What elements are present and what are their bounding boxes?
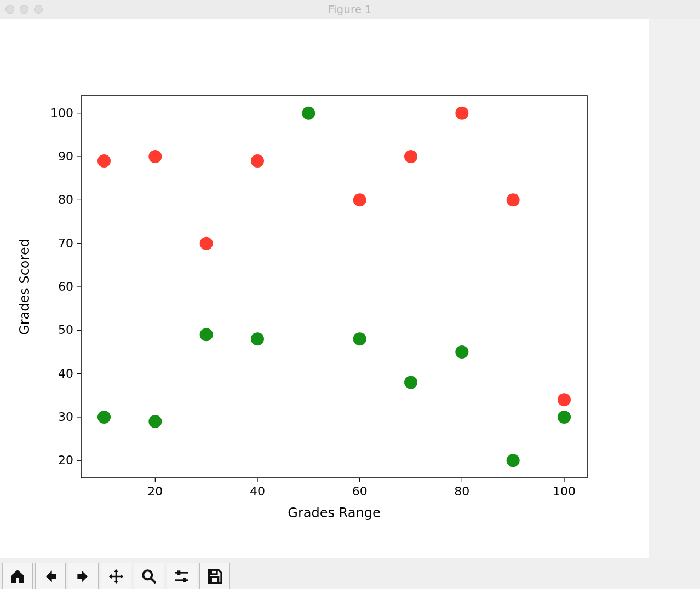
scatter-point-green [302, 107, 315, 120]
minimize-window-button[interactable] [20, 5, 28, 14]
y-tick-label: 90 [58, 149, 73, 163]
x-tick-label: 80 [454, 484, 469, 498]
scatter-point-red [404, 150, 417, 163]
y-tick-label: 100 [50, 106, 73, 120]
pan-button[interactable] [101, 563, 131, 589]
svg-point-15 [143, 570, 152, 579]
save-button[interactable] [199, 563, 230, 589]
zoom-button[interactable] [134, 563, 164, 589]
forward-button[interactable] [68, 563, 99, 589]
scatter-point-green [200, 328, 213, 341]
svg-rect-18 [177, 570, 180, 575]
maximize-window-button[interactable] [34, 5, 43, 14]
arrow-left-icon [42, 568, 59, 585]
scatter-point-green [558, 411, 571, 424]
y-tick-label: 50 [58, 323, 73, 337]
window-titlebar: Figure 1 [0, 0, 700, 19]
matplotlib-toolbar [0, 558, 700, 589]
back-button[interactable] [35, 563, 66, 589]
scatter-point-green [148, 415, 162, 428]
move-icon [107, 568, 125, 585]
y-tick-label: 30 [58, 410, 73, 424]
svg-line-16 [151, 579, 156, 583]
home-button[interactable] [2, 563, 33, 589]
scatter-point-red [507, 193, 520, 206]
scatter-point-red [455, 107, 468, 120]
close-window-button[interactable] [5, 5, 14, 14]
svg-rect-22 [211, 577, 218, 583]
scatter-point-red [148, 150, 162, 163]
x-tick-label: 60 [352, 484, 368, 498]
scatter-point-red [353, 193, 366, 206]
scatter-point-green [353, 332, 366, 345]
scatter-point-red [97, 154, 111, 168]
x-tick-label: 40 [250, 484, 265, 498]
arrow-right-icon [74, 568, 92, 585]
y-tick-label: 20 [58, 453, 73, 467]
y-tick-label: 80 [58, 193, 73, 206]
y-tick-label: 40 [58, 367, 73, 380]
scatter-point-red [558, 393, 571, 406]
subplots-button[interactable] [167, 563, 197, 589]
svg-rect-20 [183, 578, 186, 582]
x-tick-label: 20 [147, 484, 163, 498]
scatter-plot: 20406080100 2030405060708090100 Grades R… [0, 19, 649, 558]
scatter-point-green [97, 411, 111, 424]
y-axis-label: Grades Scored [17, 239, 32, 335]
traffic-lights [5, 5, 43, 14]
x-tick-label: 100 [553, 484, 576, 498]
zoom-icon [140, 568, 158, 585]
svg-rect-21 [211, 570, 217, 574]
window-title: Figure 1 [328, 3, 372, 16]
scatter-point-red [251, 154, 264, 168]
figure-canvas[interactable]: 20406080100 2030405060708090100 Grades R… [0, 19, 649, 558]
scatter-point-green [507, 454, 520, 467]
y-tick-label: 70 [58, 236, 73, 250]
y-tick-label: 60 [58, 280, 73, 293]
save-icon [206, 568, 223, 585]
scatter-point-green [455, 345, 468, 359]
x-axis-label: Grades Range [288, 505, 380, 521]
scatter-point-green [404, 376, 417, 389]
scatter-point-red [200, 237, 213, 250]
home-icon [9, 568, 26, 585]
sliders-icon [173, 568, 191, 585]
scatter-point-green [251, 332, 264, 345]
